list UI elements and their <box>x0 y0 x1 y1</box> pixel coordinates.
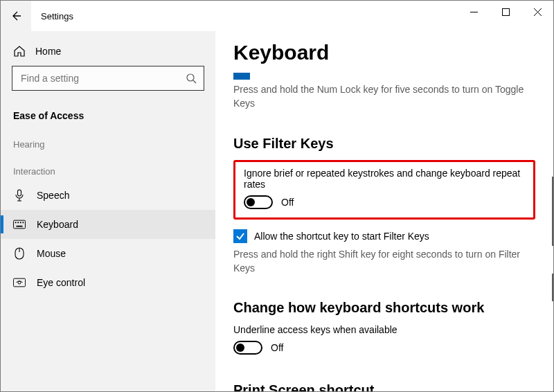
section-scroll-indicator[interactable] <box>552 177 553 246</box>
arrow-left-icon <box>10 10 21 21</box>
window-title: Settings <box>31 11 73 21</box>
checkmark-icon <box>235 231 245 241</box>
search-icon <box>186 73 197 84</box>
keyboard-icon <box>13 218 26 231</box>
svg-rect-13 <box>13 278 25 287</box>
filterkeys-toggle-label: Off <box>281 197 294 208</box>
maximize-button[interactable] <box>490 1 521 23</box>
search-box[interactable] <box>12 66 204 91</box>
eye-control-icon <box>13 276 26 289</box>
sidebar-item-mouse[interactable]: Mouse <box>1 239 215 268</box>
shortcuts-heading: Change how keyboard shortcuts work <box>233 300 535 316</box>
filterkeys-heading: Use Filter Keys <box>233 136 535 152</box>
svg-line-3 <box>193 80 196 83</box>
category-header: Ease of Access <box>1 105 215 127</box>
close-icon <box>534 8 542 16</box>
allow-shortcut-checkbox[interactable] <box>233 229 247 243</box>
sidebar-item-label: Mouse <box>37 248 66 259</box>
svg-rect-4 <box>18 190 21 196</box>
search-input[interactable] <box>19 72 186 84</box>
svg-rect-8 <box>20 222 21 223</box>
close-button[interactable] <box>521 1 553 23</box>
svg-rect-7 <box>17 222 19 223</box>
allow-shortcut-label: Allow the shortcut key to start Filter K… <box>254 231 429 242</box>
togglekeys-hint: Press and hold the Num Lock key for five… <box>233 82 524 111</box>
sidebar-item-label: Speech <box>37 190 69 201</box>
underline-toggle[interactable] <box>233 341 262 355</box>
svg-rect-10 <box>17 226 23 227</box>
printscreen-heading: Print Screen shortcut <box>233 382 535 391</box>
home-nav[interactable]: Home <box>1 39 215 66</box>
home-label: Home <box>35 46 61 57</box>
filterkeys-desc: Ignore brief or repeated keystrokes and … <box>244 168 525 190</box>
section-scroll-indicator[interactable] <box>552 274 553 301</box>
filterkeys-highlight: Ignore brief or repeated keystrokes and … <box>233 160 535 220</box>
sidebar: Home Ease of Access Hearing Interaction … <box>1 31 215 391</box>
partial-toggle-fragment <box>233 73 250 80</box>
home-icon <box>13 45 26 57</box>
mouse-icon <box>13 247 26 260</box>
sidebar-item-eye-control[interactable]: Eye control <box>1 268 215 297</box>
sidebar-item-speech[interactable]: Speech <box>1 181 215 210</box>
microphone-icon <box>13 189 26 202</box>
filterkeys-toggle[interactable] <box>244 195 273 209</box>
svg-rect-6 <box>15 222 17 223</box>
underline-desc: Underline access keys when available <box>233 324 535 335</box>
minimize-icon <box>470 8 478 16</box>
svg-rect-9 <box>23 222 24 223</box>
sidebar-item-label: Keyboard <box>37 219 78 230</box>
group-hearing: Hearing <box>1 127 215 154</box>
svg-rect-5 <box>13 220 25 229</box>
content-pane: Keyboard Press and hold the Num Lock key… <box>215 31 553 391</box>
sidebar-item-keyboard[interactable]: Keyboard <box>1 210 215 239</box>
minimize-button[interactable] <box>458 1 490 23</box>
filterkeys-shortcut-hint: Press and hold the right Shift key for e… <box>233 247 535 276</box>
page-title: Keyboard <box>233 41 535 64</box>
group-interaction: Interaction <box>1 154 215 181</box>
sidebar-item-label: Eye control <box>37 277 85 288</box>
underline-toggle-label: Off <box>271 342 283 353</box>
svg-rect-1 <box>502 8 509 15</box>
back-button[interactable] <box>1 1 31 31</box>
svg-point-2 <box>187 74 194 81</box>
maximize-icon <box>502 8 510 16</box>
